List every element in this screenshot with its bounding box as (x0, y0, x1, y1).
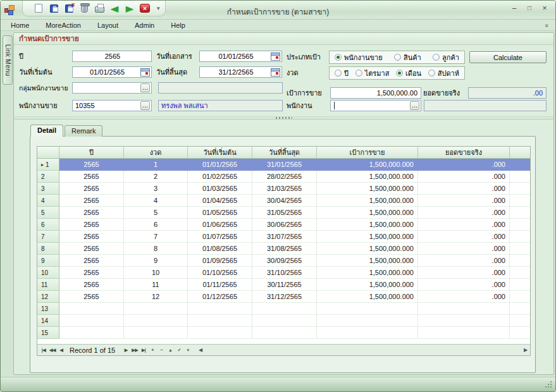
salesperson-lookup-button[interactable]: … (140, 101, 150, 110)
radio-option-พนักงานขาย[interactable]: พนักงานขาย (335, 52, 383, 63)
column-header-3[interactable]: วันที่เริ่มต้น (188, 147, 252, 158)
cell-start-date[interactable] (188, 315, 252, 327)
menu-item-moreaction[interactable]: MoreAction (37, 21, 89, 29)
cell-target-amount[interactable]: 1,500,000.000 (317, 171, 418, 183)
cell-period[interactable] (124, 315, 188, 327)
cell-start-date[interactable]: 01/04/2565 (188, 195, 252, 207)
cell-period[interactable]: 10 (124, 267, 188, 279)
cell-period[interactable]: 11 (124, 279, 188, 291)
cell-end-date[interactable] (252, 315, 317, 327)
cell-period[interactable] (124, 303, 188, 315)
scroll-left-arrow[interactable]: ◀ (196, 347, 205, 353)
table-row[interactable]: 1125651101/11/256530/11/25651,500,000.00… (37, 279, 530, 291)
cell-target-amount[interactable]: 1,500,000.000 (317, 267, 418, 279)
cell-period[interactable]: 3 (124, 183, 188, 195)
cell-end-date[interactable]: 31/01/2565 (252, 159, 317, 171)
cell-year[interactable] (59, 327, 124, 339)
cell-period[interactable]: 12 (124, 291, 188, 303)
cell-actual-amount[interactable]: .000 (418, 231, 510, 243)
year-input[interactable]: 2565 (72, 51, 152, 62)
navigator-next-button[interactable]: ▶ (121, 346, 130, 355)
cell-target-amount[interactable]: 1,500,000.000 (317, 243, 418, 255)
cell-period[interactable]: 5 (124, 207, 188, 219)
close-button[interactable]: × (539, 3, 550, 13)
cell-target-amount[interactable]: 1,500,000.000 (317, 183, 418, 195)
close-form-button[interactable]: × (138, 2, 152, 15)
cell-target-amount[interactable] (317, 327, 418, 339)
cell-start-date[interactable]: 01/10/2565 (188, 267, 252, 279)
cell-actual-amount[interactable]: .000 (418, 255, 510, 267)
navigator-delete-button[interactable]: − (157, 346, 166, 355)
salesperson-input[interactable]: 10355… (72, 100, 152, 111)
start-date-input[interactable]: 01/01/2565 (72, 66, 152, 78)
table-row[interactable]: 1225651201/12/256531/12/25651,500,000.00… (37, 291, 530, 303)
cell-start-date[interactable]: 01/11/2565 (188, 279, 252, 291)
cell-period[interactable]: 1 (124, 159, 188, 171)
cell-start-date[interactable] (188, 327, 252, 339)
calendar-icon[interactable] (271, 52, 280, 61)
table-row[interactable]: ▸12565101/01/256531/01/25651,500,000.000… (37, 159, 530, 171)
calendar-icon[interactable] (271, 68, 280, 77)
cell-year[interactable]: 2565 (59, 183, 124, 195)
column-header-2[interactable]: งวด (124, 147, 188, 158)
cell-year[interactable]: 2565 (59, 279, 124, 291)
calculate-button[interactable]: Calculate (469, 51, 547, 63)
cell-actual-amount[interactable]: .000 (418, 159, 510, 171)
cell-actual-amount[interactable]: .000 (418, 207, 510, 219)
back-button[interactable]: ◀ (108, 2, 121, 15)
link-menu-tab[interactable]: Link Menu (3, 35, 13, 85)
cell-year[interactable]: 2565 (59, 207, 124, 219)
column-header-6[interactable]: ยอดขายจริง (418, 147, 510, 158)
cell-year[interactable]: 2565 (59, 219, 124, 231)
cell-year[interactable]: 2565 (59, 267, 124, 279)
cell-end-date[interactable]: 30/04/2565 (252, 195, 317, 207)
radio-option-สัปดาห์[interactable]: สัปดาห์ (428, 68, 459, 79)
cell-start-date[interactable]: 01/03/2565 (188, 183, 252, 195)
cell-actual-amount[interactable]: .000 (418, 243, 510, 255)
maximize-button[interactable]: □ (524, 3, 535, 13)
cell-actual-amount[interactable]: .000 (418, 267, 510, 279)
tab-remark[interactable]: Remark (65, 125, 103, 137)
table-row[interactable]: 32565301/03/256531/03/25651,500,000.000.… (37, 183, 530, 195)
cell-end-date[interactable]: 30/11/2565 (252, 279, 317, 291)
cell-start-date[interactable]: 01/09/2565 (188, 255, 252, 267)
table-row[interactable]: 42565401/04/256530/04/25651,500,000.000.… (37, 195, 530, 207)
cell-actual-amount[interactable]: .000 (418, 183, 510, 195)
table-row[interactable]: 15 (37, 327, 530, 339)
menu-collapse-button[interactable]: » (545, 20, 549, 30)
cell-end-date[interactable]: 31/10/2565 (252, 267, 317, 279)
cell-start-date[interactable] (188, 303, 252, 315)
new-document-button[interactable] (32, 2, 46, 15)
table-row[interactable]: 13 (37, 303, 530, 315)
target-amount-input[interactable]: 1,500,000.00 (330, 87, 421, 99)
cell-period[interactable]: 4 (124, 195, 188, 207)
employee-lookup-button[interactable]: … (410, 101, 419, 110)
navigator-first-button[interactable]: |◀ (39, 346, 48, 355)
cell-year[interactable] (59, 303, 124, 315)
cell-end-date[interactable] (252, 303, 317, 315)
cell-actual-amount[interactable]: .000 (418, 195, 510, 207)
cell-year[interactable]: 2565 (59, 159, 124, 171)
cell-target-amount[interactable]: 1,500,000.000 (317, 231, 418, 243)
minimize-button[interactable]: – (509, 3, 520, 13)
table-row[interactable]: 72565701/07/256531/07/25651,500,000.000.… (37, 231, 530, 243)
cell-target-amount[interactable]: 1,500,000.000 (317, 279, 418, 291)
navigator-append-button[interactable]: + (148, 346, 157, 355)
tab-detail[interactable]: Detail (30, 125, 63, 137)
doc-date-input[interactable]: 01/01/2565 (199, 51, 282, 62)
sales-group-lookup-button[interactable]: … (140, 83, 150, 92)
column-header-4[interactable]: วันที่สิ้นสุด (252, 147, 317, 158)
cell-year[interactable]: 2565 (59, 231, 124, 243)
cell-year[interactable] (59, 315, 124, 327)
cell-actual-amount[interactable] (418, 303, 510, 315)
cell-actual-amount[interactable]: .000 (418, 291, 510, 303)
radio-option-ไตรมาส[interactable]: ไตรมาส (355, 68, 390, 79)
cell-period[interactable]: 9 (124, 255, 188, 267)
cell-end-date[interactable]: 31/05/2565 (252, 207, 317, 219)
cell-actual-amount[interactable]: .000 (418, 279, 510, 291)
print-button[interactable] (92, 2, 106, 15)
navigator-last-button[interactable]: ▶| (139, 346, 148, 355)
cell-actual-amount[interactable]: .000 (418, 171, 510, 183)
navigator-move-up-button[interactable]: ▴ (166, 346, 175, 355)
cell-start-date[interactable]: 01/06/2565 (188, 219, 252, 231)
